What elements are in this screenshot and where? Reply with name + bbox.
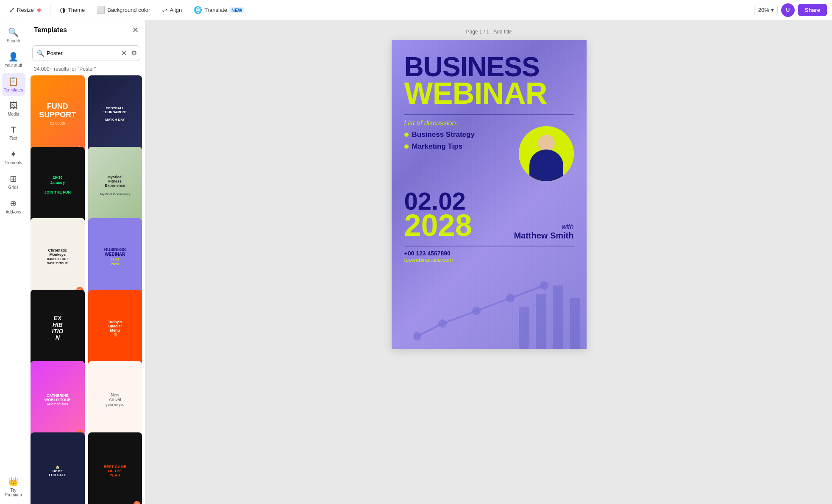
- bg-color-icon: ⬜: [97, 6, 105, 14]
- sidebar-item-label-add-ons: Add-ons: [6, 210, 21, 214]
- icon-bar: 🔍 Search 👤 Your stuff 📋 Templates 🖼 Medi…: [0, 20, 27, 504]
- toolbar-right: 20% ▾ U Share: [754, 3, 827, 17]
- sidebar-item-grids[interactable]: ⊞ Grids: [2, 170, 25, 193]
- results-count: 34,000+ results for "Poster": [27, 66, 145, 75]
- template-search-bar[interactable]: 🔍 ✕ ⚙: [32, 45, 140, 61]
- clear-search-button[interactable]: ✕: [120, 48, 128, 58]
- poster-divider-bottom: [404, 246, 574, 246]
- sidebar-item-add-ons[interactable]: ⊕ Add-ons: [2, 195, 25, 218]
- template-card-chromatic[interactable]: ChromaticMonkeysDANCE IT OUTWORLD TOUR ♛: [31, 218, 85, 295]
- poster-discussion-list: Business Strategy Marketing Tips: [404, 130, 512, 154]
- poster-date-name-row: 02.02 2028 with Matthew Smith: [404, 185, 574, 241]
- search-icon: 🔍: [8, 27, 19, 37]
- premium-badge-game: ♛: [134, 501, 140, 504]
- template-card-business-webinar-small[interactable]: BUSINESSWEBINAR02.022028: [88, 218, 142, 295]
- poster-bullet-item-1: Business Strategy: [404, 130, 512, 139]
- theme-icon: ◑: [60, 6, 66, 14]
- templates-panel: Templates ✕ 🔍 ✕ ⚙ 34,000+ results for "P…: [27, 20, 146, 504]
- templates-icon: 📋: [8, 76, 19, 86]
- sidebar-item-templates[interactable]: 📋 Templates: [2, 73, 25, 96]
- poster-website: topwebinar.site.com: [404, 257, 574, 263]
- bullet-2: [404, 144, 409, 149]
- page-label[interactable]: Page 1 / 1 - Add title: [466, 29, 512, 35]
- theme-label: Theme: [68, 7, 85, 13]
- premium-icon: 👑: [8, 476, 19, 487]
- panel-title: Templates: [34, 26, 67, 34]
- resize-icon: ⤢: [9, 6, 15, 14]
- template-card-new-arrival[interactable]: NewArrivalgood for you: [88, 361, 142, 438]
- template-card-dark-event[interactable]: 29-30JanuaryJOIN THE FUN: [31, 147, 85, 224]
- template-card-catherine[interactable]: CATHERINEWORLD TOURAUG/DEC 2030 ♛: [31, 361, 85, 438]
- background-color-button[interactable]: ⬜ Background color: [92, 4, 154, 16]
- resize-dot: [37, 8, 41, 12]
- sidebar-item-elements[interactable]: ✦ Elements: [2, 146, 25, 169]
- chevron-down-icon: ▾: [771, 7, 774, 13]
- poster-speaker-name: Matthew Smith: [514, 231, 573, 241]
- template-search-input[interactable]: [47, 50, 118, 56]
- media-icon: 🖼: [9, 101, 18, 111]
- translate-new-badge: NEW: [229, 7, 245, 13]
- share-button[interactable]: Share: [798, 4, 827, 16]
- main-layout: 🔍 Search 👤 Your stuff 📋 Templates 🖼 Medi…: [0, 20, 832, 504]
- poster-speaker-image: [519, 126, 574, 181]
- translate-button[interactable]: 🌐 Translate NEW: [189, 4, 248, 16]
- resize-label: Resize: [17, 7, 34, 13]
- sidebar-item-try-premium[interactable]: 👑 Try Premium: [2, 473, 25, 501]
- your-stuff-icon: 👤: [8, 52, 19, 62]
- templates-grid: FUNDSUPPORT 02.08.26 ♛ FOOTBALLTOURNAMEN…: [27, 75, 145, 504]
- sidebar-item-label-templates: Templates: [4, 88, 23, 92]
- main-toolbar: ⤢ Resize ◑ Theme ⬜ Background color ⇌ Al…: [0, 0, 832, 20]
- template-card-fund-support[interactable]: FUNDSUPPORT 02.08.26 ♛: [31, 75, 85, 152]
- template-card-football[interactable]: FOOTBALLTOURNAMENTMATCH DAY: [88, 75, 142, 152]
- poster-date-section: 02.02 2028: [404, 185, 472, 241]
- panel-header: Templates ✕: [27, 20, 145, 40]
- sidebar-item-your-stuff[interactable]: 👤 Your stuff: [2, 48, 25, 71]
- canvas-container[interactable]: BUSINESS WEBINAR List of discussion: Bus…: [392, 40, 587, 349]
- poster-with-text: with: [514, 223, 573, 231]
- poster-phone: +00 123 4567890: [404, 250, 574, 257]
- add-ons-icon: ⊕: [10, 198, 17, 208]
- align-icon: ⇌: [162, 6, 167, 14]
- sidebar-item-media[interactable]: 🖼 Media: [2, 97, 25, 120]
- grids-icon: ⊞: [10, 174, 17, 184]
- sidebar-item-label-elements: Elements: [5, 161, 22, 165]
- sidebar-item-label-media: Media: [8, 112, 19, 116]
- sidebar-item-label-grids: Grids: [8, 185, 19, 190]
- template-card-exhibition[interactable]: EXHIBITION: [31, 290, 85, 367]
- template-card-pizza[interactable]: Today'sSpecialMenu🍕: [88, 290, 142, 367]
- zoom-control[interactable]: 20% ▾: [754, 5, 778, 15]
- poster-bullet-item-2: Marketing Tips: [404, 142, 512, 151]
- toolbar-divider-1: [50, 4, 50, 16]
- translate-label: Translate: [204, 7, 227, 13]
- elements-icon: ✦: [10, 149, 17, 159]
- filter-button[interactable]: ⚙: [130, 48, 138, 58]
- template-card-home[interactable]: 🏠HOMEFOR SALE: [31, 432, 85, 504]
- sidebar-item-search[interactable]: 🔍 Search: [2, 24, 25, 47]
- poster-middle-section: Business Strategy Marketing Tips: [404, 130, 574, 181]
- poster-title-webinar: WEBINAR: [404, 78, 574, 108]
- resize-button[interactable]: ⤢ Resize: [5, 4, 45, 16]
- bullet-1: [404, 133, 409, 137]
- sidebar-item-text[interactable]: T Text: [2, 122, 25, 144]
- poster-divider-top: [404, 114, 574, 115]
- align-label: Align: [170, 7, 182, 13]
- avatar: U: [781, 3, 795, 17]
- translate-icon: 🌐: [194, 6, 202, 14]
- bg-color-label: Background color: [107, 7, 150, 13]
- poster-speaker-section: with Matthew Smith: [514, 223, 573, 241]
- template-card-mystical[interactable]: MysticalFitnessExperienceMystical Commun…: [88, 147, 142, 224]
- poster-year: 2028: [404, 210, 472, 241]
- sidebar-item-label-text: Text: [9, 136, 17, 141]
- text-icon: T: [11, 125, 16, 135]
- theme-button[interactable]: ◑ Theme: [56, 4, 89, 16]
- canvas-area: Page 1 / 1 - Add title BUSINESS WEBINAR …: [146, 20, 832, 504]
- poster-content: BUSINESS WEBINAR List of discussion: Bus…: [392, 40, 587, 271]
- poster: BUSINESS WEBINAR List of discussion: Bus…: [392, 40, 587, 349]
- zoom-level: 20%: [758, 7, 769, 13]
- close-panel-button[interactable]: ✕: [132, 25, 139, 35]
- template-card-best-game[interactable]: BEST GAMEOF THEYEAR ♛: [88, 432, 142, 504]
- sidebar-item-label-search: Search: [7, 39, 20, 43]
- search-bar-icon: 🔍: [37, 50, 44, 57]
- align-button[interactable]: ⇌ Align: [158, 4, 186, 16]
- sidebar-item-label-your-stuff: Your stuff: [5, 63, 22, 68]
